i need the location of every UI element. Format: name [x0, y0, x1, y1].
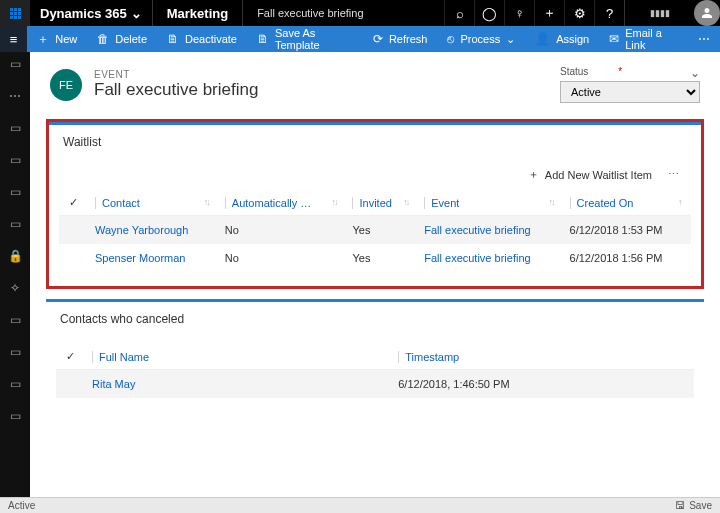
waitlist-more-button[interactable]: ⋯	[662, 168, 685, 181]
save-button[interactable]: 🖫Save	[675, 500, 712, 511]
table-row[interactable]: Wayne Yarborough No Yes Fall executive b…	[59, 216, 691, 245]
sidebar-item-10[interactable]: ▭	[7, 344, 23, 360]
status-select[interactable]: Active	[560, 81, 700, 103]
page-title: Fall executive briefing	[94, 80, 258, 100]
sidebar-item-11[interactable]: ▭	[7, 376, 23, 392]
sidebar-item-8[interactable]: ✧	[7, 280, 23, 296]
select-all[interactable]: ✓	[59, 190, 87, 216]
task-flow-icon[interactable]: ◯	[474, 0, 504, 26]
new-button[interactable]: ＋New	[27, 26, 87, 52]
refresh-label: Refresh	[389, 33, 428, 45]
status-label: Status*	[560, 66, 700, 77]
process-label: Process	[460, 33, 500, 45]
col-invited[interactable]: Invited↑↓	[344, 190, 416, 216]
relevance-icon[interactable]: ♀	[504, 0, 534, 26]
col-created[interactable]: Created On↑	[562, 190, 691, 216]
sidebar-item-7[interactable]: 🔒	[7, 248, 23, 264]
app-launcher[interactable]	[0, 0, 30, 26]
chevron-down-icon: ⌄	[506, 33, 515, 46]
user-menu[interactable]: ▮▮▮▮	[624, 0, 694, 26]
delete-label: Delete	[115, 33, 147, 45]
assign-icon: 👤	[535, 32, 550, 46]
settings-icon[interactable]: ⚙	[564, 0, 594, 26]
search-icon[interactable]: ⌕	[444, 0, 474, 26]
email-link-label: Email a Link	[625, 27, 678, 51]
entity-type: EVENT	[94, 69, 258, 80]
process-icon: ⎋	[447, 32, 454, 46]
brand-name: Dynamics 365	[40, 6, 127, 21]
assign-button[interactable]: 👤Assign	[525, 26, 599, 52]
sidebar-item-5[interactable]: ▭	[7, 184, 23, 200]
process-button[interactable]: ⎋Process⌄	[437, 26, 525, 52]
help-icon[interactable]: ?	[594, 0, 624, 26]
table-row[interactable]: Rita May 6/12/2018, 1:46:50 PM	[56, 370, 694, 399]
nav-toggle[interactable]: ≡	[0, 26, 27, 52]
col-full-name[interactable]: Full Name	[84, 344, 390, 370]
module-name[interactable]: Marketing	[152, 0, 243, 26]
waffle-icon	[10, 8, 21, 19]
breadcrumb[interactable]: Fall executive briefing	[243, 7, 377, 19]
save-icon: 🖫	[675, 500, 685, 511]
record-avatar: FE	[50, 69, 82, 101]
add-icon[interactable]: ＋	[534, 0, 564, 26]
trash-icon: 🗑	[97, 32, 109, 46]
canceled-grid: ✓ Full Name Timestamp Rita May 6/12/2018…	[56, 344, 694, 398]
sidebar-item-2[interactable]: ⋯	[7, 88, 23, 104]
deactivate-button[interactable]: 🗎Deactivate	[157, 26, 247, 52]
deactivate-icon: 🗎	[167, 32, 179, 46]
col-contact[interactable]: Contact↑↓	[87, 190, 217, 216]
deactivate-label: Deactivate	[185, 33, 237, 45]
expand-header-icon[interactable]: ⌄	[690, 66, 700, 80]
contact-link[interactable]: Wayne Yarborough	[95, 224, 188, 236]
plus-icon: ＋	[528, 167, 539, 182]
sidebar-item-3[interactable]: ▭	[7, 120, 23, 136]
event-link[interactable]: Fall executive briefing	[424, 252, 530, 264]
assign-label: Assign	[556, 33, 589, 45]
sidebar-item-4[interactable]: ▭	[7, 152, 23, 168]
waitlist-grid: ✓ Contact↑↓ Automatically …↑↓ Invited↑↓ …	[59, 190, 691, 272]
status-text: Active	[8, 500, 35, 511]
event-link[interactable]: Fall executive briefing	[424, 224, 530, 236]
refresh-button[interactable]: ⟳Refresh	[363, 26, 438, 52]
select-all[interactable]: ✓	[56, 344, 84, 370]
sidebar-item-12[interactable]: ▭	[7, 408, 23, 424]
col-auto[interactable]: Automatically …↑↓	[217, 190, 345, 216]
plus-icon: ＋	[37, 31, 49, 48]
template-icon: 🗎	[257, 32, 269, 46]
more-commands[interactable]: ⋯	[688, 32, 720, 46]
sidebar-item-1[interactable]: ▭	[7, 56, 23, 72]
refresh-icon: ⟳	[373, 32, 383, 46]
waitlist-title: Waitlist	[59, 135, 691, 149]
save-template-label: Save As Template	[275, 27, 353, 51]
person-icon	[701, 7, 713, 19]
add-waitlist-item-button[interactable]: ＋Add New Waitlist Item	[528, 167, 652, 182]
sidebar-item-6[interactable]: ▭	[7, 216, 23, 232]
product-switcher[interactable]: Dynamics 365 ⌄	[30, 6, 152, 21]
new-label: New	[55, 33, 77, 45]
sidebar-item-9[interactable]: ▭	[7, 312, 23, 328]
contact-link[interactable]: Rita May	[92, 378, 135, 390]
mail-icon: ✉	[609, 32, 619, 46]
delete-button[interactable]: 🗑Delete	[87, 26, 157, 52]
table-row[interactable]: Spenser Moorman No Yes Fall executive br…	[59, 244, 691, 272]
contact-link[interactable]: Spenser Moorman	[95, 252, 186, 264]
save-as-template-button[interactable]: 🗎Save As Template	[247, 26, 363, 52]
col-event[interactable]: Event↑↓	[416, 190, 561, 216]
email-link-button[interactable]: ✉Email a Link	[599, 26, 688, 52]
avatar[interactable]	[694, 0, 720, 26]
chevron-down-icon: ⌄	[131, 6, 142, 21]
col-timestamp[interactable]: Timestamp	[390, 344, 694, 370]
canceled-title: Contacts who canceled	[56, 312, 694, 326]
